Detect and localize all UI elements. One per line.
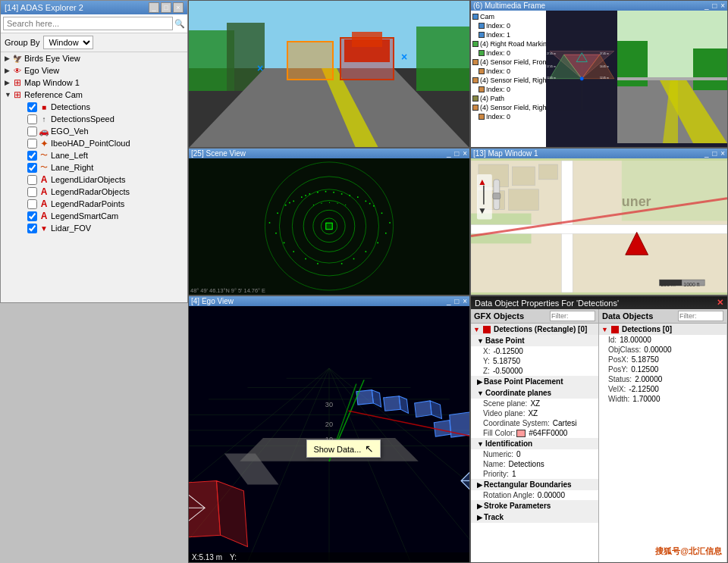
tree-item-detections-speed[interactable]: ↑ DetectionsSpeed xyxy=(1,113,187,125)
ibeohad-checkbox[interactable] xyxy=(27,139,37,149)
mm-maximize[interactable]: □ xyxy=(712,2,717,10)
scene-maximize[interactable]: □ xyxy=(454,149,459,158)
lane-right-icon: 〜 xyxy=(39,162,49,173)
legend-item-path: (4) Path xyxy=(472,94,544,103)
svg-rect-64 xyxy=(293,251,294,252)
data-filter[interactable] xyxy=(678,311,723,321)
ego-view: [4] Ego View _ □ × xyxy=(188,296,470,563)
ibeohad-label: IbeoHAD_PointCloud xyxy=(51,139,130,148)
tree-item-detections[interactable]: ■ Detections xyxy=(1,101,187,113)
scene-controls: _ □ × xyxy=(447,149,467,158)
map-view: [13] Map Window 1 _ □ × xyxy=(470,148,728,296)
gfx-filter[interactable] xyxy=(550,311,595,321)
legend-color-road xyxy=(472,41,479,47)
tree-item-ego-veh[interactable]: 🚗 EGO_Veh xyxy=(1,125,187,137)
prop-item-y: Y: 5.18750 xyxy=(471,356,598,366)
map-maximize[interactable]: □ xyxy=(712,149,717,158)
svg-rect-57 xyxy=(381,213,383,214)
map-title-text: [13] Map Window 1 xyxy=(473,149,538,158)
svg-rect-33 xyxy=(617,77,727,80)
map-window-icon: ⊞ xyxy=(12,77,23,88)
explorer-title: [14] ADAS Explorer 2 xyxy=(5,3,83,12)
map-close[interactable]: × xyxy=(720,149,725,158)
identification-label: Identification xyxy=(485,439,532,448)
group-by-row: Group By Window Type Layer xyxy=(1,33,187,52)
prop-group-stroke[interactable]: ▶ Stroke Parameters xyxy=(471,500,598,511)
tree-item-lidar-fov[interactable]: ▼ Lidar_FOV xyxy=(1,222,187,234)
tree-item-map-window[interactable]: ▶ ⊞ Map Window 1 xyxy=(1,77,187,89)
ego-minimize[interactable]: _ xyxy=(447,297,451,305)
scene-close[interactable]: × xyxy=(463,149,467,158)
tree-item-legend-radar-pts[interactable]: A LegendRadarPoints xyxy=(1,198,187,210)
ego-status-bar: X:5.13 m Y: xyxy=(189,552,469,562)
close-btn[interactable]: × xyxy=(173,2,184,13)
tree-item-ego-view[interactable]: ▶ 👁 Ego View xyxy=(1,64,187,77)
svg-rect-79 xyxy=(538,164,557,180)
detections-label: Detections xyxy=(51,102,90,111)
tree-item-legend-smartcam[interactable]: A LegendSmartCam xyxy=(1,210,187,222)
tree-item-reference-cam[interactable]: ▼ ⊞ Reference Cam xyxy=(1,89,187,101)
legend-radar-pts-checkbox[interactable] xyxy=(27,199,37,209)
legend-item-cam: Cam xyxy=(472,12,544,21)
svg-rect-69 xyxy=(341,263,343,264)
detections-speed-checkbox[interactable] xyxy=(27,114,37,124)
prop-group-track[interactable]: ▶ Track xyxy=(471,511,598,523)
tree-item-lane-right[interactable]: 〜 Lane_Right xyxy=(1,161,187,174)
minimize-btn[interactable]: _ xyxy=(149,2,159,13)
tree-item-lane-left[interactable]: 〜 Lane_Left xyxy=(1,149,187,161)
tree-item-ibeohad[interactable]: ✦ IbeoHAD_PointCloud xyxy=(1,137,187,149)
tree-item-birds-eye[interactable]: ▶ 🦅 Birds Eye View xyxy=(1,52,187,64)
gfx-tree: ▼ Detections (Rectangle) [0] ▼ Base Poin… xyxy=(471,324,598,562)
scene-title-text: [25] Scene View xyxy=(191,149,246,158)
tree-arrow: ▼ xyxy=(5,91,12,99)
svg-rect-45 xyxy=(325,191,327,192)
legend-lidar-checkbox[interactable] xyxy=(27,175,37,185)
svg-rect-11 xyxy=(352,32,382,47)
birds-eye-label: Birds Eye View xyxy=(24,54,80,63)
svg-text:14.45 m: 14.45 m xyxy=(599,65,608,68)
lane-right-label: Lane_Right xyxy=(51,163,93,172)
detections-checkbox[interactable] xyxy=(27,102,37,112)
prop-group-base-point[interactable]: ▼ Base Point xyxy=(471,335,598,346)
legend-radar-checkbox[interactable] xyxy=(27,187,37,197)
group-by-select[interactable]: Window Type Layer xyxy=(43,36,93,49)
middle-views-row: [25] Scene View _ □ × xyxy=(188,148,728,296)
scene-minimize[interactable]: _ xyxy=(447,149,451,158)
data-header: Data Objects xyxy=(599,309,726,324)
prop-group-identification[interactable]: ▼ Identification xyxy=(471,438,598,449)
prop-group-coord-planes[interactable]: ▼ Coordinate planes xyxy=(471,387,598,399)
data-header-text: Data Objects xyxy=(602,311,653,321)
prop-group-bpp[interactable]: ▶ Base Point Placement xyxy=(471,376,598,387)
lane-right-checkbox[interactable] xyxy=(27,163,37,173)
map-minimize[interactable]: _ xyxy=(704,149,709,158)
prop-close-btn[interactable]: ✕ xyxy=(717,298,723,308)
ego-maximize[interactable]: □ xyxy=(454,297,459,305)
maximize-btn[interactable]: □ xyxy=(161,2,171,13)
group-by-label: Group By xyxy=(5,38,39,47)
gfx-header-text: GFX Objects xyxy=(474,311,524,321)
multimedia-title: (6) Multimedia Frame _ □ × xyxy=(471,1,727,11)
tree-item-legend-lidar[interactable]: A LegendLidarObjects xyxy=(1,174,187,186)
mm-minimize[interactable]: _ xyxy=(704,2,709,10)
ego-veh-checkbox[interactable] xyxy=(27,127,37,136)
svg-rect-81 xyxy=(509,189,539,211)
legend-smartcam-checkbox[interactable] xyxy=(27,211,37,221)
lidar-svg: 48° 49' 46.13°N 9° 5' 14.76° E xyxy=(189,158,469,295)
lidar-fov-checkbox[interactable] xyxy=(27,224,37,233)
stroke-label: Stroke Parameters xyxy=(484,502,551,510)
lane-left-checkbox[interactable] xyxy=(27,151,37,161)
legend-lidar-icon: A xyxy=(39,174,49,185)
ego-close[interactable]: × xyxy=(463,297,467,305)
lidar-view: 48° 49' 46.13°N 9° 5' 14.76° E xyxy=(189,158,469,295)
tree-item-legend-radar[interactable]: A LegendRadarObjects xyxy=(1,186,187,198)
svg-rect-93 xyxy=(493,193,500,199)
legend-color-cam xyxy=(472,14,479,20)
legend-item-idx0c: Index: 0 xyxy=(472,67,544,76)
prop-group-rect-bounds[interactable]: ▶ Rectangular Boundaries xyxy=(471,479,598,490)
data-group-detections[interactable]: ▼ Detections [0] xyxy=(599,324,726,335)
mm-close[interactable]: × xyxy=(720,2,725,10)
show-data-popup[interactable]: Show Data... ↖ xyxy=(306,439,381,458)
prop-group-detections[interactable]: ▼ Detections (Rectangle) [0] xyxy=(471,324,598,335)
svg-rect-70 xyxy=(313,205,314,205)
search-input[interactable] xyxy=(3,17,173,30)
